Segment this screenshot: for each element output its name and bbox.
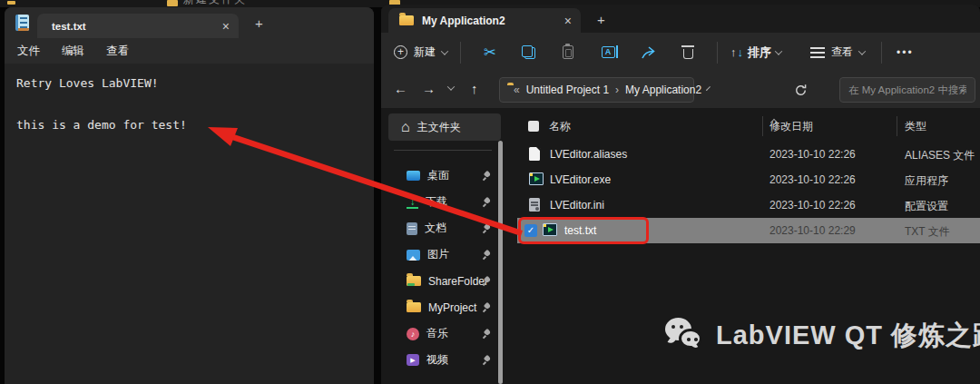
file-date: 2023-10-10 22:26 — [769, 199, 856, 212]
refresh-button[interactable] — [788, 77, 813, 103]
explorer-tab-bar: My Application2 × + — [381, 5, 980, 33]
sidebar-scrollbar[interactable] — [498, 141, 503, 384]
copy-button[interactable] — [508, 45, 548, 59]
sidebar-item-videos[interactable]: ▶ 视频 — [381, 347, 505, 373]
file-date: 2023-10-10 22:26 — [769, 173, 856, 186]
sort-down-arrow-icon: ↓ — [738, 45, 744, 59]
more-options-button[interactable]: ••• — [897, 46, 914, 59]
notepad-text-area[interactable]: Retry Loves LabVIEW! this is a demo for … — [5, 64, 374, 384]
toolbar-divider — [881, 42, 882, 64]
explorer-tab-title: My Application2 — [422, 15, 556, 27]
breadcrumb[interactable]: « Untitled Project 1 › My Application2 — [499, 77, 694, 103]
sidebar-item-desktop[interactable]: 桌面 — [381, 162, 505, 189]
videos-icon: ▶ — [407, 354, 419, 366]
file-icon — [529, 147, 540, 161]
address-dropdown-chevron[interactable] — [706, 86, 710, 91]
explorer-tab-myapplication2[interactable]: My Application2 × — [388, 8, 581, 33]
notepad-app-icon — [15, 15, 29, 31]
cut-button[interactable]: ✂ — [472, 44, 508, 61]
file-row-lveditor-ini[interactable]: LVEditor.ini 2023-10-10 22:26 配置设置 — [517, 192, 980, 218]
sidebar-item-label: MyProject — [428, 301, 476, 314]
paste-button[interactable] — [548, 45, 588, 59]
search-box[interactable] — [839, 77, 975, 103]
delete-button[interactable] — [668, 45, 708, 59]
pictures-icon — [407, 250, 420, 261]
file-row-lveditor-exe[interactable]: LVEditor.exe 2023-10-10 22:26 应用程序 — [517, 167, 980, 192]
desktop-icon — [407, 171, 420, 181]
sidebar-item-documents[interactable]: 文档 — [381, 215, 505, 241]
paste-icon — [563, 45, 573, 59]
column-header-name[interactable]: 名称 — [549, 119, 571, 134]
search-input[interactable] — [840, 78, 975, 102]
view-button-label: 查看 — [831, 44, 853, 60]
file-type: 应用程序 — [905, 173, 948, 189]
new-button[interactable]: + 新建 — [394, 44, 447, 60]
wechat-icon — [665, 316, 707, 356]
settings-file-icon — [529, 198, 540, 212]
sidebar-item-home[interactable]: ⌂ 主文件夹 — [388, 113, 501, 141]
notepad-window: test.txt × + 文件 编辑 查看 Retry Loves LabVIE… — [5, 7, 374, 384]
sort-button[interactable]: ↑↓ 排序 — [730, 44, 781, 61]
new-tab-button[interactable]: + — [597, 12, 605, 27]
breadcrumb-separator: › — [615, 84, 619, 96]
notepad-tab-testtxt[interactable]: test.txt × — [37, 14, 239, 38]
sidebar-item-label: 桌面 — [427, 168, 449, 183]
pin-icon — [483, 330, 492, 339]
folder-icon — [399, 15, 414, 25]
application-icon — [529, 172, 544, 185]
refresh-icon — [794, 84, 808, 97]
share-button[interactable] — [628, 45, 668, 60]
pin-icon — [483, 251, 492, 260]
rename-icon: A — [602, 46, 615, 58]
file-type: TXT 文件 — [905, 224, 950, 240]
chevron-down-icon — [858, 47, 866, 54]
up-button[interactable]: ↑ — [471, 81, 478, 96]
documents-icon — [407, 222, 417, 235]
sidebar-item-sharefolder[interactable]: ShareFolder — [381, 268, 505, 294]
sidebar-item-myproject[interactable]: MyProject — [381, 294, 505, 320]
sidebar-item-downloads[interactable]: ↓ 下载 — [381, 189, 505, 215]
file-name: LVEditor.exe — [550, 173, 611, 186]
rename-button[interactable]: A — [588, 46, 628, 58]
trash-icon — [683, 49, 693, 59]
watermark-text: LabVIEW QT 修炼之路 — [716, 318, 980, 354]
select-all-checkbox[interactable] — [528, 121, 539, 132]
annotation-highlight-box — [518, 217, 649, 244]
file-type: ALIASES 文件 — [905, 148, 975, 163]
view-button[interactable]: 查看 — [810, 44, 865, 60]
back-button[interactable]: ← — [394, 81, 407, 96]
column-header-type[interactable]: 类型 — [905, 119, 926, 134]
file-name: LVEditor.aliases — [550, 148, 627, 161]
menu-edit[interactable]: 编辑 — [62, 44, 84, 59]
sidebar-item-label: 图片 — [427, 247, 449, 262]
sidebar-item-music[interactable]: ♪ 音乐 — [381, 320, 505, 347]
menu-view[interactable]: 查看 — [106, 44, 129, 59]
breadcrumb-item-folder[interactable]: My Application2 — [625, 84, 701, 96]
sidebar-pinned-list: 桌面 ↓ 下载 文档 图片 ShareFolder — [381, 162, 505, 373]
sidebar-divider — [394, 150, 492, 151]
notepad-tab-bar: test.txt × + — [5, 7, 374, 38]
folder-icon — [167, 0, 178, 6]
toolbar-divider — [460, 42, 461, 64]
forward-button[interactable]: → — [422, 81, 436, 96]
breadcrumb-item-project[interactable]: Untitled Project 1 — [526, 84, 609, 96]
sidebar-item-pictures[interactable]: 图片 — [381, 241, 505, 268]
sidebar-item-label: ShareFolder — [428, 275, 488, 288]
column-divider[interactable] — [897, 116, 897, 136]
text-line: Retry Loves LabVIEW! — [16, 76, 159, 90]
pin-icon — [483, 172, 492, 181]
file-date: 2023-10-10 22:29 — [769, 224, 856, 237]
breadcrumb-prefix[interactable]: « — [514, 84, 520, 96]
pin-icon — [483, 356, 492, 365]
menu-file[interactable]: 文件 — [17, 44, 40, 59]
close-icon[interactable]: × — [564, 15, 572, 27]
file-list-header: 名称 修改日期 类型 — [517, 114, 980, 138]
close-icon[interactable]: × — [222, 20, 230, 33]
sidebar-item-label: 主文件夹 — [417, 120, 461, 135]
column-header-date[interactable]: 修改日期 — [769, 119, 813, 134]
file-name: LVEditor.ini — [550, 199, 604, 212]
file-row-lveditor-aliases[interactable]: LVEditor.aliases 2023-10-10 22:26 ALIASE… — [517, 142, 980, 167]
recent-locations-chevron[interactable] — [447, 83, 455, 90]
column-divider[interactable] — [762, 116, 763, 136]
new-tab-button[interactable]: + — [255, 15, 263, 31]
